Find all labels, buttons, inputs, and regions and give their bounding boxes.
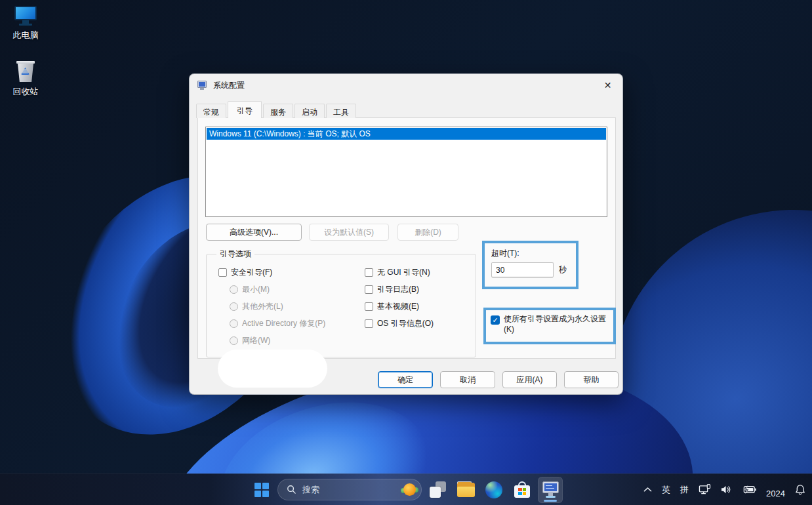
msconfig-icon xyxy=(542,481,559,498)
tray-chevron-up-icon[interactable] xyxy=(643,487,652,493)
network-icon[interactable] xyxy=(699,484,711,495)
task-view-icon xyxy=(430,481,446,498)
boot-entry-list[interactable]: Windows 11 (C:\Windows) : 当前 OS; 默认 OS xyxy=(205,127,607,217)
folder-icon xyxy=(457,483,475,497)
set-as-default-button[interactable]: 设为默认值(S) xyxy=(309,224,389,241)
search-placeholder: 搜索 xyxy=(302,484,319,496)
groupbox-label: 引导选项 xyxy=(216,249,254,260)
radio-icon[interactable] xyxy=(230,319,238,328)
timeout-input[interactable] xyxy=(491,262,554,277)
radio-icon[interactable] xyxy=(230,302,238,311)
windows-logo-icon xyxy=(254,483,269,497)
ad-repair-radio-row[interactable]: Active Directory 修复(P) xyxy=(230,319,325,329)
checked-checkbox-icon[interactable]: ✓ xyxy=(491,315,500,325)
option-label: 其他外壳(L) xyxy=(242,301,283,312)
checkbox-icon[interactable] xyxy=(365,302,373,311)
store-icon xyxy=(514,481,531,498)
search-box[interactable]: 搜索 xyxy=(277,479,422,500)
volume-icon[interactable] xyxy=(721,485,733,495)
desktop-icon-recycle-bin[interactable]: 回收站 xyxy=(4,60,47,98)
notification-bell-icon[interactable] xyxy=(795,484,805,495)
checkbox-icon[interactable] xyxy=(365,268,373,277)
option-label: 最小(M) xyxy=(242,284,270,295)
base-video-checkbox-row[interactable]: 基本视频(E) xyxy=(365,302,434,312)
search-icon xyxy=(287,485,296,495)
task-view-button[interactable] xyxy=(425,477,450,503)
option-label: 引导日志(B) xyxy=(377,284,419,295)
msconfig-icon xyxy=(197,81,208,91)
tab-strip: 常规 引导 服务 启动 工具 xyxy=(196,101,357,118)
timeout-label: 超时(T): xyxy=(491,248,569,259)
system-configuration-dialog: 系统配置 ✕ 常规 引导 服务 启动 工具 Windows 11 (C:\Win… xyxy=(189,73,623,395)
permanent-setting-highlight-box: ✓ 使所有引导设置成为永久设置 (K) xyxy=(483,308,616,344)
cancel-button[interactable]: 取消 xyxy=(440,371,495,388)
checkbox-icon[interactable] xyxy=(365,285,373,294)
no-gui-boot-checkbox-row[interactable]: 无 GUI 引导(N) xyxy=(365,268,434,277)
apply-button[interactable]: 应用(A) xyxy=(502,371,557,388)
permanent-setting-label-line1: 使所有引导设置成为永久设置 xyxy=(504,313,606,324)
tab-general[interactable]: 常规 xyxy=(196,104,226,118)
taskbar: 搜索 xyxy=(0,474,812,505)
permanent-setting-label-line2: (K) xyxy=(504,324,606,334)
boot-tab-page: Windows 11 (C:\Windows) : 当前 OS; 默认 OS 高… xyxy=(197,117,616,359)
advanced-options-button[interactable]: 高级选项(V)... xyxy=(206,224,302,241)
alternate-shell-radio-row[interactable]: 其他外壳(L) xyxy=(230,302,325,312)
option-label: 网络(W) xyxy=(242,335,270,346)
option-label: Active Directory 修复(P) xyxy=(242,318,325,329)
language-indicator-english[interactable]: 英 xyxy=(662,484,670,496)
desktop-icon-this-pc[interactable]: 此电脑 xyxy=(4,5,47,41)
boot-entry-selected[interactable]: Windows 11 (C:\Windows) : 当前 OS; 默认 OS xyxy=(207,128,606,140)
radio-icon[interactable] xyxy=(230,285,238,294)
dialog-titlebar[interactable]: 系统配置 ✕ xyxy=(190,74,622,96)
edge-icon xyxy=(485,481,502,498)
permanent-setting-label[interactable]: 使所有引导设置成为永久设置 (K) xyxy=(504,313,606,338)
this-pc-icon xyxy=(14,5,37,26)
checkbox-icon[interactable] xyxy=(218,268,227,277)
msconfig-taskbar-button[interactable] xyxy=(538,477,563,503)
network-radio-row[interactable]: 网络(W) xyxy=(230,336,325,346)
option-label: 安全引导(F) xyxy=(231,267,272,278)
option-label: OS 引导信息(O) xyxy=(377,318,434,329)
recycle-bin-icon xyxy=(14,60,37,83)
tab-tools[interactable]: 工具 xyxy=(326,104,356,118)
boot-options-groupbox: 引导选项 安全引导(F) 最小(M) 其他外壳(L) xyxy=(206,254,476,357)
os-boot-info-checkbox-row[interactable]: OS 引导信息(O) xyxy=(365,319,434,329)
tab-boot[interactable]: 引导 xyxy=(228,101,262,118)
boot-log-checkbox-row[interactable]: 引导日志(B) xyxy=(365,285,434,294)
running-app-indicator xyxy=(544,500,557,502)
white-blob-overlay xyxy=(218,350,327,388)
desktop-icon-label: 回收站 xyxy=(13,86,39,98)
ok-button[interactable]: 确定 xyxy=(378,371,433,388)
checkbox-icon[interactable] xyxy=(365,319,373,328)
tray-clock[interactable]: 2024 xyxy=(766,489,785,498)
desktop: 此电脑 回收站 系统配置 ✕ 常规 引导 服务 启动 工具 Windows 11… xyxy=(0,0,812,505)
safe-boot-checkbox-row[interactable]: 安全引导(F) xyxy=(218,268,325,277)
option-label: 基本视频(E) xyxy=(377,301,419,312)
timeout-highlight-box: 超时(T): 秒 xyxy=(482,241,579,289)
edge-button[interactable] xyxy=(481,477,506,503)
option-label: 无 GUI 引导(N) xyxy=(377,267,430,278)
store-button[interactable] xyxy=(510,477,535,503)
desktop-icon-label: 此电脑 xyxy=(13,30,39,41)
tab-startup[interactable]: 启动 xyxy=(294,104,325,118)
language-indicator-pinyin[interactable]: 拼 xyxy=(680,484,689,496)
timeout-unit-label: 秒 xyxy=(559,264,567,275)
close-icon[interactable]: ✕ xyxy=(593,74,622,96)
tab-services[interactable]: 服务 xyxy=(263,104,293,118)
search-highlight-icon xyxy=(401,482,417,498)
minimal-radio-row[interactable]: 最小(M) xyxy=(230,285,325,294)
dialog-title: 系统配置 xyxy=(213,80,245,91)
file-explorer-button[interactable] xyxy=(453,477,478,503)
delete-button[interactable]: 删除(D) xyxy=(397,224,458,241)
help-button[interactable]: 帮助 xyxy=(564,371,619,388)
battery-charging-icon[interactable] xyxy=(742,485,756,494)
start-button[interactable] xyxy=(249,477,274,503)
radio-icon[interactable] xyxy=(230,336,238,345)
